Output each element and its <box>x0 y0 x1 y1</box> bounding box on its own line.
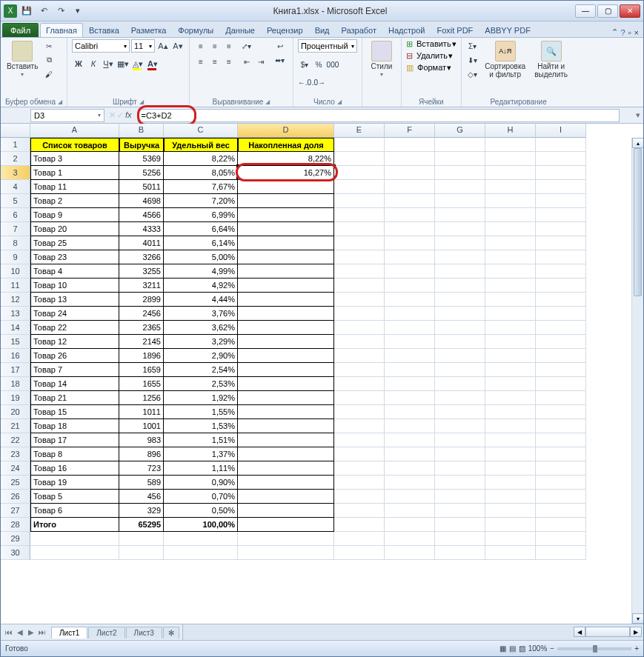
empty-cell[interactable] <box>536 264 586 279</box>
row-header[interactable]: 13 <box>1 307 30 321</box>
empty-cell[interactable] <box>385 138 435 152</box>
row-header[interactable]: 3 <box>1 166 30 180</box>
empty-cell[interactable] <box>485 405 536 419</box>
empty-cell[interactable] <box>385 546 435 560</box>
empty-cell[interactable] <box>536 461 586 476</box>
view-page-layout-button[interactable]: ▤ <box>509 644 516 653</box>
empty-cell[interactable] <box>536 447 586 461</box>
empty-cell[interactable] <box>334 293 385 307</box>
cell-revenue[interactable]: 5369 <box>119 152 164 166</box>
row-header[interactable]: 20 <box>1 405 30 419</box>
row-header[interactable]: 11 <box>1 279 30 293</box>
cell-product[interactable]: Товар 4 <box>30 264 119 279</box>
cut-button[interactable]: ✂ <box>42 39 56 53</box>
cell-revenue[interactable]: 1659 <box>119 363 164 377</box>
empty-cell[interactable] <box>485 476 536 490</box>
empty-cell[interactable] <box>334 264 385 279</box>
empty-cell[interactable] <box>485 532 536 546</box>
cell-weight[interactable]: 1,11% <box>164 461 238 476</box>
empty-cell[interactable] <box>385 461 435 476</box>
empty-cell[interactable] <box>485 152 536 166</box>
tab-addins[interactable]: Надстрой <box>382 23 431 37</box>
cell-cumulative[interactable] <box>238 461 334 476</box>
empty-cell[interactable] <box>385 490 435 504</box>
column-header[interactable]: C <box>164 124 238 138</box>
empty-cell[interactable] <box>334 138 385 152</box>
column-header[interactable]: G <box>435 124 485 138</box>
empty-cell[interactable] <box>435 433 485 447</box>
empty-cell[interactable] <box>435 419 485 433</box>
cell-revenue[interactable]: 329 <box>119 504 164 518</box>
row-header[interactable]: 9 <box>1 250 30 264</box>
empty-cell[interactable] <box>485 461 536 476</box>
empty-cell[interactable] <box>334 222 385 236</box>
help-icon[interactable]: ? <box>621 28 625 37</box>
empty-cell[interactable] <box>435 518 485 532</box>
tab-data[interactable]: Данные <box>219 23 261 37</box>
empty-cell[interactable] <box>536 532 586 546</box>
cell-weight[interactable]: 2,54% <box>164 363 238 377</box>
cell-product[interactable]: Товар 14 <box>30 377 119 391</box>
empty-cell[interactable] <box>435 335 485 349</box>
cell-product[interactable]: Товар 18 <box>30 419 119 433</box>
cell-revenue[interactable]: 4566 <box>119 208 164 222</box>
empty-cell[interactable] <box>385 349 435 363</box>
delete-cells-button[interactable]: ⊟ Удалить▾ <box>406 51 453 61</box>
empty-cell[interactable] <box>536 433 586 447</box>
empty-cell[interactable] <box>485 546 536 560</box>
prev-sheet-button[interactable]: ◀ <box>15 628 25 636</box>
row-header[interactable]: 22 <box>1 433 30 447</box>
cell-weight[interactable]: 0,50% <box>164 504 238 518</box>
empty-cell[interactable] <box>485 504 536 518</box>
worksheet-grid[interactable]: ABCDEFGHI1Список товаровВыручкаУдельный … <box>1 124 643 624</box>
table-header-cell[interactable]: Удельный вес <box>164 138 238 152</box>
comma-format-button[interactable]: 000 <box>326 58 339 71</box>
row-header[interactable]: 2 <box>1 152 30 166</box>
format-cells-button[interactable]: ▥ Формат▾ <box>406 63 451 73</box>
row-header[interactable]: 16 <box>1 349 30 363</box>
insert-cells-button[interactable]: ⊞ Вставить▾ <box>406 39 457 49</box>
cell-weight[interactable]: 1,53% <box>164 419 238 433</box>
empty-cell[interactable] <box>485 377 536 391</box>
empty-cell[interactable] <box>485 490 536 504</box>
empty-cell[interactable] <box>334 152 385 166</box>
empty-cell[interactable] <box>385 250 435 264</box>
empty-cell[interactable] <box>485 363 536 377</box>
empty-cell[interactable] <box>334 546 385 560</box>
next-sheet-button[interactable]: ▶ <box>26 628 36 636</box>
cell-product[interactable]: Товар 16 <box>30 461 119 476</box>
row-header[interactable]: 17 <box>1 363 30 377</box>
empty-cell[interactable] <box>119 532 164 546</box>
empty-cell[interactable] <box>334 236 385 250</box>
empty-cell[interactable] <box>536 307 586 321</box>
empty-cell[interactable] <box>385 391 435 405</box>
empty-cell[interactable] <box>485 293 536 307</box>
empty-cell[interactable] <box>536 546 586 560</box>
row-header[interactable]: 21 <box>1 419 30 433</box>
empty-cell[interactable] <box>385 476 435 490</box>
zoom-in-button[interactable]: + <box>634 644 639 653</box>
increase-font-button[interactable]: A▴ <box>156 39 170 53</box>
scroll-up-button[interactable]: ▴ <box>632 138 643 148</box>
empty-cell[interactable] <box>334 335 385 349</box>
row-header[interactable]: 23 <box>1 447 30 461</box>
empty-cell[interactable] <box>435 138 485 152</box>
cell-cumulative[interactable] <box>238 504 334 518</box>
formula-input[interactable]: =C3+D2 <box>138 109 620 122</box>
underline-button[interactable]: Ч▾ <box>102 57 115 70</box>
empty-cell[interactable] <box>385 293 435 307</box>
cell-revenue[interactable]: 2899 <box>119 293 164 307</box>
qat-save-button[interactable]: 💾 <box>19 4 34 19</box>
font-dialog-launcher[interactable]: ◢ <box>139 99 144 105</box>
cell-weight[interactable]: 3,62% <box>164 321 238 335</box>
cell-revenue[interactable]: 589 <box>119 476 164 490</box>
empty-cell[interactable] <box>435 363 485 377</box>
hscroll-thumb[interactable] <box>585 627 630 637</box>
cell-weight[interactable]: 1,55% <box>164 405 238 419</box>
cell-total-weight[interactable]: 100,00% <box>164 518 238 532</box>
empty-cell[interactable] <box>385 307 435 321</box>
empty-cell[interactable] <box>435 546 485 560</box>
minimize-button[interactable]: — <box>575 4 596 18</box>
bold-button[interactable]: Ж <box>72 57 85 70</box>
cell-weight[interactable]: 8,22% <box>164 152 238 166</box>
